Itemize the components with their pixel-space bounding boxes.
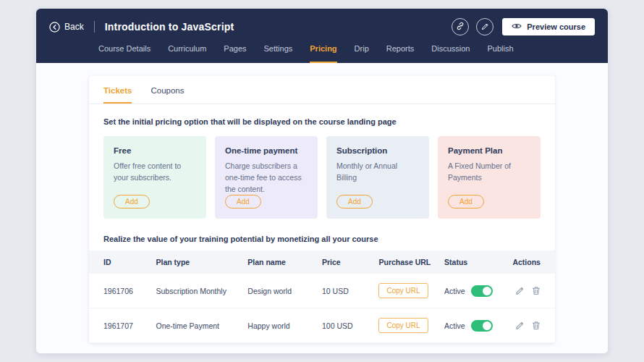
pricing-card-paymentplan: Payment Plan A Fixed Number of Payments …: [438, 136, 541, 219]
add-paymentplan-button[interactable]: Add: [448, 195, 484, 209]
card-description: Charge subscribers a one-time fee to acc…: [225, 161, 308, 195]
col-header-plan-name: Plan name: [247, 251, 322, 274]
copy-url-button[interactable]: Copy URL: [378, 283, 428, 298]
plan-type: Subscription Monthly: [156, 277, 247, 305]
preview-course-button[interactable]: Preview course: [502, 18, 595, 35]
card-description: Offer free content to your subscribers.: [114, 161, 196, 184]
nav-item-drip[interactable]: Drip: [355, 44, 369, 63]
plan-name: Happy world: [247, 312, 322, 340]
table-row: 1961706 Subscription Monthly Design worl…: [89, 274, 555, 308]
page-card: Back Introduction to JavaScript: [36, 9, 608, 353]
link-icon: [456, 20, 465, 33]
add-free-button[interactable]: Add: [114, 195, 150, 209]
tab-coupons[interactable]: Coupons: [151, 76, 184, 104]
plans-table: ID Plan type Plan name Price Purchase UR…: [89, 251, 555, 343]
status-toggle[interactable]: [471, 285, 493, 297]
card-description: Monthly or Annual Billing: [336, 161, 419, 184]
nav-item-discussion[interactable]: Discussion: [431, 44, 470, 63]
trash-icon: [532, 286, 541, 295]
plan-price: 10 USD: [322, 277, 379, 305]
plan-name: Design world: [247, 277, 322, 305]
back-label: Back: [64, 22, 84, 32]
app-header: Back Introduction to JavaScript: [36, 9, 608, 63]
plan-type: One-time Payment: [156, 312, 247, 340]
course-nav: Course Details Curriculum Pages Settings…: [98, 35, 595, 63]
add-subscription-button[interactable]: Add: [336, 195, 373, 209]
delete-plan-button[interactable]: [532, 286, 541, 295]
card-description: A Fixed Number of Payments: [448, 161, 530, 184]
eye-icon: [512, 22, 522, 31]
back-icon: [49, 22, 60, 33]
nav-item-pages[interactable]: Pages: [224, 44, 246, 63]
pricing-card-free: Free Offer free content to your subscrib…: [103, 136, 206, 219]
pencil-icon: [481, 20, 489, 33]
table-row: 1961707 One-time Payment Happy world 100…: [89, 308, 555, 343]
col-header-id: ID: [103, 251, 156, 274]
status-label: Active: [444, 321, 465, 330]
plan-id: 1961707: [103, 312, 156, 340]
header-divider: [94, 21, 95, 33]
back-button[interactable]: Back: [49, 22, 84, 33]
nav-item-course-details[interactable]: Course Details: [98, 44, 151, 63]
add-onetime-button[interactable]: Add: [225, 195, 261, 209]
plan-id: 1961706: [103, 277, 156, 305]
nav-item-settings[interactable]: Settings: [264, 44, 293, 63]
pricing-tabs: Tickets Coupons: [89, 76, 555, 104]
pricing-options: Free Offer free content to your subscrib…: [89, 126, 555, 219]
card-title: One-time payment: [225, 146, 308, 155]
pricing-card-onetime: One-time payment Charge subscribers a on…: [215, 136, 318, 219]
content-area: Tickets Coupons Set the initial pricing …: [36, 63, 608, 353]
nav-item-pricing[interactable]: Pricing: [310, 44, 336, 63]
col-header-actions: Actions: [506, 251, 541, 274]
pencil-icon: [515, 286, 525, 295]
copy-url-button[interactable]: Copy URL: [378, 318, 428, 333]
tab-tickets[interactable]: Tickets: [103, 76, 132, 104]
col-header-status: Status: [444, 251, 506, 274]
share-link-button[interactable]: [452, 18, 469, 35]
edit-course-button[interactable]: [476, 18, 493, 35]
col-header-plan-type: Plan type: [156, 251, 247, 274]
card-title: Subscription: [336, 146, 419, 155]
pricing-card-subscription: Subscription Monthly or Annual Billing A…: [326, 136, 429, 219]
trash-icon: [532, 321, 541, 330]
pencil-icon: [515, 321, 525, 330]
nav-item-reports[interactable]: Reports: [386, 44, 415, 63]
initial-pricing-text: Set the initial pricing option that will…: [89, 104, 555, 126]
delete-plan-button[interactable]: [532, 321, 541, 330]
status-toggle[interactable]: [471, 320, 493, 332]
nav-item-publish[interactable]: Publish: [487, 44, 513, 63]
col-header-purchase-url: Purchase URL: [378, 251, 444, 274]
course-title: Introduction to JavaScript: [105, 21, 234, 33]
table-header-row: ID Plan type Plan name Price Purchase UR…: [89, 251, 555, 274]
pricing-panel: Tickets Coupons Set the initial pricing …: [89, 76, 555, 343]
status-label: Active: [444, 287, 465, 295]
plan-price: 100 USD: [322, 312, 379, 340]
edit-plan-button[interactable]: [515, 321, 525, 330]
preview-course-label: Preview course: [527, 22, 585, 31]
nav-item-curriculum[interactable]: Curriculum: [168, 44, 206, 63]
monetize-text: Realize the value of your training poten…: [89, 219, 555, 251]
card-title: Free: [114, 146, 196, 155]
card-title: Payment Plan: [448, 146, 530, 155]
col-header-price: Price: [322, 251, 379, 274]
edit-plan-button[interactable]: [515, 286, 525, 295]
